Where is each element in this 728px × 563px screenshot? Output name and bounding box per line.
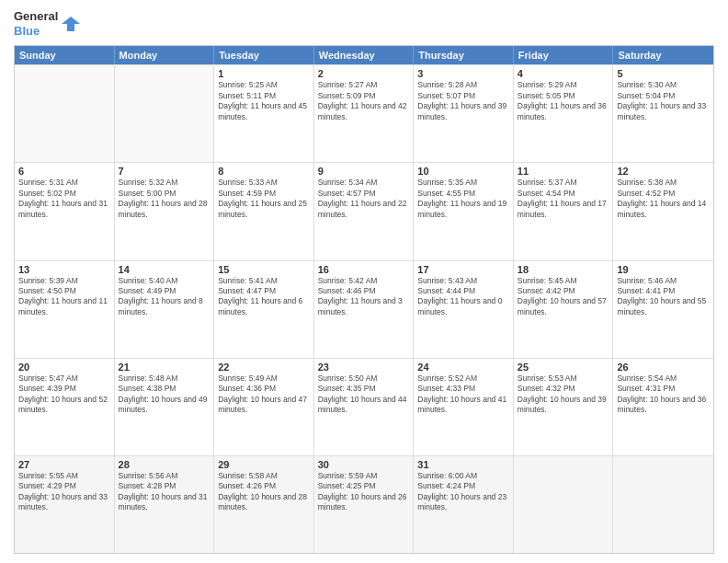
day-info: Sunrise: 5:38 AM Sunset: 4:52 PM Dayligh… <box>617 178 710 220</box>
calendar-cell: 28Sunrise: 5:56 AM Sunset: 4:28 PM Dayli… <box>115 456 215 553</box>
calendar-cell: 4Sunrise: 5:29 AM Sunset: 5:05 PM Daylig… <box>514 65 614 162</box>
day-info: Sunrise: 5:54 AM Sunset: 4:31 PM Dayligh… <box>617 373 710 416</box>
weekday-header: Thursday <box>414 46 514 64</box>
calendar-cell: 1Sunrise: 5:25 AM Sunset: 5:11 PM Daylig… <box>214 65 314 162</box>
day-info: Sunrise: 5:37 AM Sunset: 4:54 PM Dayligh… <box>518 178 609 220</box>
day-info: Sunrise: 5:25 AM Sunset: 5:11 PM Dayligh… <box>218 80 310 122</box>
weekday-header: Tuesday <box>214 46 314 64</box>
day-number: 26 <box>617 362 710 373</box>
calendar-cell <box>15 65 115 162</box>
calendar-cell: 29Sunrise: 5:58 AM Sunset: 4:26 PM Dayli… <box>214 456 314 553</box>
day-info: Sunrise: 5:27 AM Sunset: 5:09 PM Dayligh… <box>318 80 410 122</box>
day-info: Sunrise: 5:31 AM Sunset: 5:02 PM Dayligh… <box>18 178 110 220</box>
day-number: 11 <box>518 166 609 177</box>
calendar-cell: 15Sunrise: 5:41 AM Sunset: 4:47 PM Dayli… <box>214 261 314 358</box>
calendar-cell: 25Sunrise: 5:53 AM Sunset: 4:32 PM Dayli… <box>514 359 614 455</box>
day-number: 21 <box>119 362 210 373</box>
calendar-header: SundayMondayTuesdayWednesdayThursdayFrid… <box>15 46 713 64</box>
day-info: Sunrise: 5:29 AM Sunset: 5:05 PM Dayligh… <box>518 80 609 122</box>
day-number: 7 <box>119 166 210 177</box>
day-number: 8 <box>218 166 310 177</box>
day-number: 17 <box>417 264 509 275</box>
day-number: 3 <box>417 68 509 79</box>
day-info: Sunrise: 5:49 AM Sunset: 4:36 PM Dayligh… <box>218 373 310 416</box>
calendar-cell: 22Sunrise: 5:49 AM Sunset: 4:36 PM Dayli… <box>214 359 314 455</box>
day-info: Sunrise: 5:33 AM Sunset: 4:59 PM Dayligh… <box>218 178 310 220</box>
day-number: 30 <box>318 459 410 470</box>
calendar-cell: 5Sunrise: 5:30 AM Sunset: 5:04 PM Daylig… <box>613 65 713 162</box>
calendar-cell: 9Sunrise: 5:34 AM Sunset: 4:57 PM Daylig… <box>314 163 415 259</box>
weekday-header: Sunday <box>15 46 115 64</box>
day-number: 14 <box>119 264 210 275</box>
calendar-cell: 14Sunrise: 5:40 AM Sunset: 4:49 PM Dayli… <box>115 261 215 358</box>
svg-marker-0 <box>62 17 80 31</box>
calendar-cell: 19Sunrise: 5:46 AM Sunset: 4:41 PM Dayli… <box>613 261 713 358</box>
header: General Blue <box>14 9 714 38</box>
calendar-cell: 2Sunrise: 5:27 AM Sunset: 5:09 PM Daylig… <box>314 65 415 162</box>
day-info: Sunrise: 5:28 AM Sunset: 5:07 PM Dayligh… <box>417 80 509 122</box>
calendar-cell: 26Sunrise: 5:54 AM Sunset: 4:31 PM Dayli… <box>613 359 713 455</box>
weekday-header: Wednesday <box>314 46 415 64</box>
day-number: 12 <box>617 166 710 177</box>
calendar-row: 13Sunrise: 5:39 AM Sunset: 4:50 PM Dayli… <box>15 260 713 358</box>
day-number: 19 <box>617 264 710 275</box>
day-number: 13 <box>18 264 110 275</box>
calendar-cell: 11Sunrise: 5:37 AM Sunset: 4:54 PM Dayli… <box>514 163 614 259</box>
day-info: Sunrise: 5:52 AM Sunset: 4:33 PM Dayligh… <box>417 373 509 416</box>
day-info: Sunrise: 6:00 AM Sunset: 4:24 PM Dayligh… <box>417 471 509 513</box>
day-info: Sunrise: 5:55 AM Sunset: 4:29 PM Dayligh… <box>18 471 110 513</box>
day-info: Sunrise: 5:40 AM Sunset: 4:49 PM Dayligh… <box>119 276 210 318</box>
day-number: 6 <box>18 166 110 177</box>
calendar-cell: 27Sunrise: 5:55 AM Sunset: 4:29 PM Dayli… <box>15 456 115 553</box>
day-info: Sunrise: 5:46 AM Sunset: 4:41 PM Dayligh… <box>617 276 710 318</box>
page: General Blue SundayMondayTuesdayWednesda… <box>0 0 728 563</box>
logo: General Blue <box>14 9 80 38</box>
day-number: 16 <box>318 264 410 275</box>
logo-text: General Blue <box>14 9 58 38</box>
calendar-cell: 13Sunrise: 5:39 AM Sunset: 4:50 PM Dayli… <box>15 261 115 358</box>
day-number: 18 <box>518 264 609 275</box>
day-info: Sunrise: 5:58 AM Sunset: 4:26 PM Dayligh… <box>218 471 310 513</box>
day-number: 9 <box>318 166 410 177</box>
calendar-cell: 10Sunrise: 5:35 AM Sunset: 4:55 PM Dayli… <box>414 163 514 259</box>
day-info: Sunrise: 5:35 AM Sunset: 4:55 PM Dayligh… <box>417 178 509 220</box>
calendar-row: 6Sunrise: 5:31 AM Sunset: 5:02 PM Daylig… <box>15 162 713 259</box>
day-number: 28 <box>119 459 210 470</box>
day-info: Sunrise: 5:30 AM Sunset: 5:04 PM Dayligh… <box>617 80 710 122</box>
day-info: Sunrise: 5:42 AM Sunset: 4:46 PM Dayligh… <box>318 276 410 318</box>
calendar-row: 1Sunrise: 5:25 AM Sunset: 5:11 PM Daylig… <box>15 64 713 162</box>
weekday-header: Monday <box>115 46 215 64</box>
day-info: Sunrise: 5:47 AM Sunset: 4:39 PM Dayligh… <box>18 373 110 416</box>
calendar-row: 20Sunrise: 5:47 AM Sunset: 4:39 PM Dayli… <box>15 358 713 455</box>
calendar-cell: 30Sunrise: 5:59 AM Sunset: 4:25 PM Dayli… <box>314 456 415 553</box>
day-info: Sunrise: 5:50 AM Sunset: 4:35 PM Dayligh… <box>318 373 410 416</box>
day-number: 4 <box>518 68 609 79</box>
day-info: Sunrise: 5:48 AM Sunset: 4:38 PM Dayligh… <box>119 373 210 416</box>
calendar-cell: 24Sunrise: 5:52 AM Sunset: 4:33 PM Dayli… <box>414 359 514 455</box>
day-number: 10 <box>417 166 509 177</box>
day-number: 27 <box>18 459 110 470</box>
day-number: 2 <box>318 68 410 79</box>
day-info: Sunrise: 5:53 AM Sunset: 4:32 PM Dayligh… <box>518 373 609 416</box>
calendar-cell: 20Sunrise: 5:47 AM Sunset: 4:39 PM Dayli… <box>15 359 115 455</box>
day-number: 24 <box>417 362 509 373</box>
day-info: Sunrise: 5:39 AM Sunset: 4:50 PM Dayligh… <box>18 276 110 318</box>
day-info: Sunrise: 5:43 AM Sunset: 4:44 PM Dayligh… <box>417 276 509 318</box>
calendar-cell <box>115 65 215 162</box>
day-number: 20 <box>18 362 110 373</box>
calendar-cell: 31Sunrise: 6:00 AM Sunset: 4:24 PM Dayli… <box>414 456 514 553</box>
calendar-cell: 18Sunrise: 5:45 AM Sunset: 4:42 PM Dayli… <box>514 261 614 358</box>
calendar-cell: 16Sunrise: 5:42 AM Sunset: 4:46 PM Dayli… <box>314 261 415 358</box>
calendar-cell: 12Sunrise: 5:38 AM Sunset: 4:52 PM Dayli… <box>613 163 713 259</box>
day-number: 25 <box>518 362 609 373</box>
day-info: Sunrise: 5:59 AM Sunset: 4:25 PM Dayligh… <box>318 471 410 513</box>
day-info: Sunrise: 5:41 AM Sunset: 4:47 PM Dayligh… <box>218 276 310 318</box>
calendar-cell: 23Sunrise: 5:50 AM Sunset: 4:35 PM Dayli… <box>314 359 415 455</box>
calendar-cell <box>613 456 713 553</box>
calendar-cell <box>514 456 614 553</box>
day-number: 29 <box>218 459 310 470</box>
day-info: Sunrise: 5:56 AM Sunset: 4:28 PM Dayligh… <box>119 471 210 513</box>
calendar-cell: 17Sunrise: 5:43 AM Sunset: 4:44 PM Dayli… <box>414 261 514 358</box>
day-number: 23 <box>318 362 410 373</box>
day-number: 31 <box>417 459 509 470</box>
